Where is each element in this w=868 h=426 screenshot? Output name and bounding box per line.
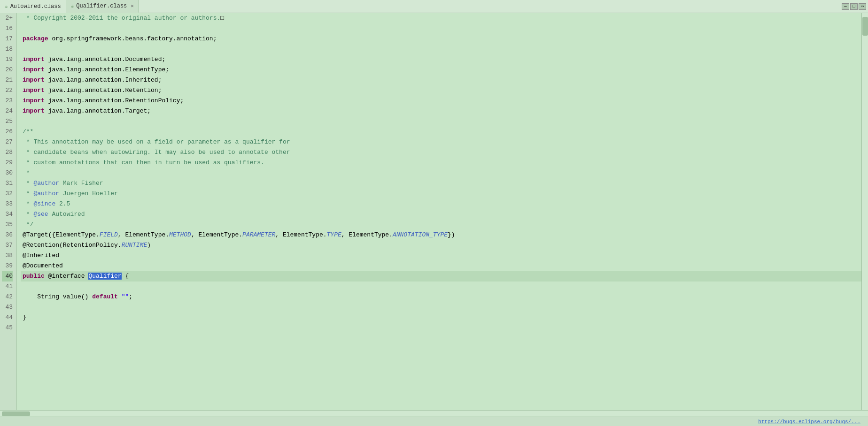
code-line-31: * @author Mark Fisher [21,178,861,189]
code-line-30: * [21,168,861,178]
tab-close-icon[interactable]: ✕ [131,3,134,9]
line-number-32: 32 [2,189,13,199]
line-number-44: 44 [2,312,13,323]
line-numbers: 2+16171819202122232425262728293031323334… [0,13,17,410]
java-file-icon-2: ☕ [71,3,74,9]
code-line-42: String value() default ""; [21,292,861,302]
line-number-34: 34 [2,209,13,220]
code-line-2+: * Copyright 2002-2011 the original autho… [21,13,861,23]
line-number-26: 26 [2,127,13,137]
status-link[interactable]: https://bugs.eclipse.org/bugs/... [758,419,860,425]
code-line-26: /** [21,127,861,137]
scroll-thumb-h[interactable] [2,411,30,416]
line-number-45: 45 [2,323,13,333]
line-number-28: 28 [2,147,13,158]
line-number-40: 40 [2,271,13,281]
maximize-button[interactable]: □ [850,3,858,10]
code-line-39: @Documented [21,261,861,271]
line-number-20: 20 [2,65,13,75]
code-line-45 [21,323,861,333]
line-number-38: 38 [2,251,13,261]
line-number-30: 30 [2,168,13,178]
code-line-19: import java.lang.annotation.Documented; [21,54,861,65]
code-line-40: public @interface Qualifier { [21,271,861,281]
code-line-43 [21,302,861,312]
line-number-22: 22 [2,85,13,96]
code-line-20: import java.lang.annotation.ElementType; [21,65,861,75]
line-number-35: 35 [2,220,13,230]
vertical-scrollbar[interactable] [861,13,868,410]
line-number-29: 29 [2,158,13,168]
code-line-34: * @see Autowired [21,209,861,220]
horizontal-scrollbar[interactable] [0,410,868,417]
code-line-29: * custom annotations that can then in tu… [21,158,861,168]
code-area[interactable]: * Copyright 2002-2011 the original autho… [17,13,861,410]
line-number-17: 17 [2,34,13,44]
line-number-37: 37 [2,240,13,251]
code-line-25 [21,116,861,127]
restore-button[interactable]: ▭ [859,3,866,10]
window-controls: ─ □ ▭ [842,3,868,10]
code-line-24: import java.lang.annotation.Target; [21,106,861,116]
status-bar: https://bugs.eclipse.org/bugs/... [0,417,868,426]
code-line-21: import java.lang.annotation.Inherited; [21,75,861,85]
line-number-31: 31 [2,178,13,189]
java-file-icon: ☕ [5,3,8,9]
code-line-16 [21,23,861,34]
code-line-18 [21,44,861,54]
code-line-36: @Target({ElementType.FIELD, ElementType.… [21,230,861,240]
scroll-thumb-v[interactable] [862,17,868,36]
line-number-33: 33 [2,199,13,209]
code-line-38: @Inherited [21,251,861,261]
line-number-21: 21 [2,75,13,85]
code-line-32: * @author Juergen Hoeller [21,189,861,199]
line-number-19: 19 [2,54,13,65]
tab-autowired-label: Autowired.class [10,3,61,10]
line-number-18: 18 [2,44,13,54]
line-number-41: 41 [2,281,13,292]
tab-qualifier[interactable]: ☕ Qualifier.class ✕ [66,0,139,13]
code-line-17: package org.springframework.beans.factor… [21,34,861,44]
code-line-23: import java.lang.annotation.RetentionPol… [21,96,861,106]
line-number-24: 24 [2,106,13,116]
line-number-23: 23 [2,96,13,106]
line-number-16: 16 [2,23,13,34]
line-number-43: 43 [2,302,13,312]
line-number-42: 42 [2,292,13,302]
tab-qualifier-label: Qualifier.class [76,3,127,9]
code-line-28: * candidate beans when autowiring. It ma… [21,147,861,158]
line-number-2+: 2+ [2,13,13,23]
editor-main: 2+16171819202122232425262728293031323334… [0,13,868,410]
code-line-44: } [21,312,861,323]
tab-autowired[interactable]: ☕ Autowired.class [0,0,66,13]
code-line-27: * This annotation may be used on a field… [21,137,861,147]
line-number-39: 39 [2,261,13,271]
line-number-25: 25 [2,116,13,127]
minimize-button[interactable]: ─ [842,3,849,10]
line-number-36: 36 [2,230,13,240]
tab-bar: ☕ Autowired.class ☕ Qualifier.class ✕ ─ … [0,0,868,13]
code-line-35: */ [21,220,861,230]
code-line-37: @Retention(RetentionPolicy.RUNTIME) [21,240,861,251]
code-line-33: * @since 2.5 [21,199,861,209]
code-line-22: import java.lang.annotation.Retention; [21,85,861,96]
code-line-41 [21,281,861,292]
line-number-27: 27 [2,137,13,147]
